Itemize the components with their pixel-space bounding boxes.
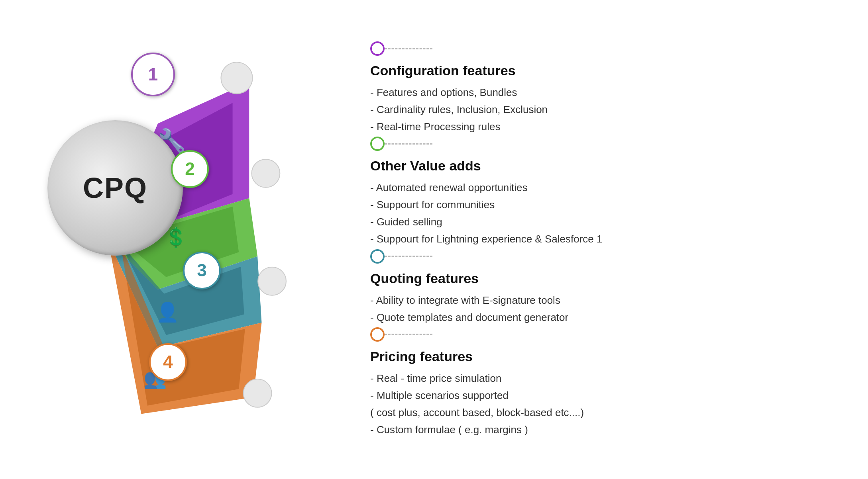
segment-number-4: 4 (149, 343, 187, 381)
pricing-item-3: ( cost plus, account based, block-based … (370, 405, 833, 420)
config-title: Configuration features (370, 63, 833, 78)
connector-4 (370, 327, 833, 342)
features-panel: Configuration features - Features and op… (338, 41, 833, 439)
value-items: - Automated renewal opportunities - Supp… (370, 180, 833, 247)
pricing-title: Pricing features (370, 349, 833, 364)
dash-line-4 (385, 334, 432, 335)
feature-value: Other Value adds - Automated renewal opp… (370, 137, 833, 247)
dash-line-2 (385, 143, 432, 145)
svg-point-5 (252, 159, 280, 187)
pricing-item-1: - Real - time price simulation (370, 371, 833, 386)
main-container: CPQ 🔧 💲 👤 👥 (35, 21, 833, 459)
connector-2 (370, 137, 833, 151)
segment-number-2: 2 (171, 150, 209, 188)
pricing-item-2: - Multiple scenarios supported (370, 388, 833, 403)
cpq-center-circle: CPQ (47, 120, 183, 256)
pricing-items: - Real - time price simulation - Multipl… (370, 371, 833, 438)
feature-config: Configuration features - Features and op… (370, 41, 833, 135)
connector-3 (370, 249, 833, 264)
feature-quoting: Quoting features - Ability to integrate … (370, 249, 833, 325)
dot-pricing (370, 327, 385, 342)
feature-pricing: Pricing features - Real - time price sim… (370, 327, 833, 438)
segment-number-1: 1 (131, 53, 175, 96)
quoting-title: Quoting features (370, 271, 833, 286)
config-items: - Features and options, Bundles - Cardin… (370, 85, 833, 135)
value-item-2: - Suppourt for communities (370, 197, 833, 213)
value-item-4: - Suppourt for Lightning experience & Sa… (370, 231, 833, 247)
dot-value (370, 137, 385, 151)
dot-config (370, 41, 385, 56)
value-item-3: - Guided selling (370, 214, 833, 230)
value-title: Other Value adds (370, 158, 833, 174)
dash-line-3 (385, 256, 432, 257)
svg-point-7 (244, 379, 272, 407)
quoting-item-1: - Ability to integrate with E-signature … (370, 293, 833, 308)
svg-text:👤: 👤 (156, 301, 179, 323)
svg-point-6 (258, 267, 286, 295)
pricing-item-4: - Custom formulae ( e.g. margins ) (370, 422, 833, 438)
cpq-label: CPQ (83, 172, 147, 204)
dash-line-1 (385, 48, 432, 49)
value-item-1: - Automated renewal opportunities (370, 180, 833, 196)
segment-number-3: 3 (183, 252, 221, 289)
connector-1 (370, 41, 833, 56)
config-item-2: - Cardinality rules, Inclusion, Exclusio… (370, 102, 833, 117)
dot-quoting (370, 249, 385, 264)
cpq-diagram: CPQ 🔧 💲 👤 👥 (35, 41, 338, 439)
quoting-item-2: - Quote templates and document generator (370, 310, 833, 325)
config-item-3: - Real-time Processing rules (370, 119, 833, 135)
svg-point-4 (221, 62, 252, 94)
quoting-items: - Ability to integrate with E-signature … (370, 293, 833, 325)
config-item-1: - Features and options, Bundles (370, 85, 833, 100)
